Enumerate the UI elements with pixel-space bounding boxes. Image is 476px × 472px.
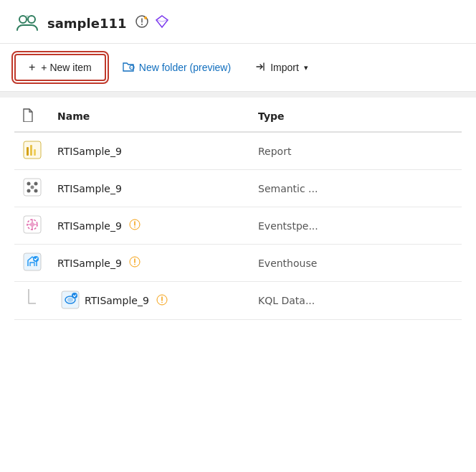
new-folder-button[interactable]: + New folder (preview) — [112, 55, 241, 81]
svg-point-0 — [19, 16, 27, 23]
row-name-cell: RTISample_9 — [50, 282, 251, 320]
row-icon-cell — [14, 132, 50, 170]
header: sample111 ! — [0, 0, 476, 44]
svg-rect-14 — [34, 149, 36, 156]
row-name-cell: RTISample_9 — [50, 207, 251, 245]
col-name-header: Name — [50, 98, 251, 132]
svg-point-1 — [28, 16, 35, 23]
row-type-cell: Report — [251, 132, 462, 170]
table-header-row: Name Type — [14, 98, 462, 132]
col-type-header: Type — [251, 98, 462, 132]
svg-point-25 — [134, 227, 135, 228]
svg-point-16 — [27, 182, 31, 186]
svg-point-32 — [67, 298, 73, 302]
svg-point-17 — [34, 182, 38, 186]
row-type-cell: KQL Data... — [251, 282, 462, 320]
plus-icon: + — [29, 61, 35, 74]
row-icon-cell — [14, 245, 50, 282]
item-warning-badge — [153, 294, 168, 308]
import-button[interactable]: Import ▾ — [247, 55, 317, 80]
item-name: RTISample_9 — [57, 146, 122, 157]
diamond-icon[interactable] — [155, 14, 169, 32]
svg-point-18 — [27, 189, 31, 193]
row-icon-cell — [14, 282, 50, 320]
items-table: Name Type RTISample_9 Report — [14, 98, 462, 320]
item-icon — [22, 151, 42, 162]
item-icon — [22, 188, 42, 199]
app-logo — [14, 10, 40, 36]
header-actions: ! — [135, 14, 169, 32]
item-warning-badge — [126, 219, 141, 232]
row-icon-cell — [14, 170, 50, 207]
item-name: RTISample_9 — [57, 258, 122, 269]
svg-rect-26 — [24, 253, 41, 270]
new-folder-icon: + — [122, 60, 135, 75]
import-label: Import — [270, 62, 299, 73]
row-type-cell: Eventhouse — [251, 245, 462, 282]
svg-text:!: ! — [145, 16, 146, 20]
new-item-button[interactable]: + + New item — [14, 54, 106, 81]
svg-point-4 — [141, 24, 143, 25]
row-icon-cell — [14, 207, 50, 245]
new-item-label: + New item — [41, 62, 91, 73]
import-chevron-icon: ▾ — [304, 63, 308, 72]
svg-point-35 — [161, 301, 163, 303]
row-name-cell: RTISample_9 — [50, 170, 251, 207]
item-name: RTISample_9 — [85, 295, 149, 306]
item-name: RTISample_9 — [57, 183, 122, 194]
table-row[interactable]: RTISample_9 Semantic ... — [14, 170, 462, 207]
item-icon — [22, 263, 42, 274]
row-type-cell: Eventstре... — [251, 207, 462, 245]
svg-point-23 — [30, 222, 34, 227]
svg-point-20 — [31, 186, 34, 189]
workspace-title: sample111 — [47, 16, 126, 31]
items-table-container: Name Type RTISample_9 Report — [0, 98, 476, 320]
col-icon-header — [14, 98, 50, 132]
import-icon — [255, 61, 267, 75]
item-icon — [22, 225, 42, 237]
row-name-cell: RTISample_9 — [50, 132, 251, 170]
table-row[interactable]: RTISample_9 KQL Data... — [14, 282, 462, 320]
svg-point-19 — [34, 189, 38, 193]
svg-point-2 — [26, 15, 29, 18]
toolbar-separator — [0, 92, 476, 98]
item-icon — [60, 290, 80, 312]
svg-marker-8 — [156, 16, 168, 22]
toolbar: + + New item + New folder (preview) Impo… — [0, 44, 476, 92]
svg-rect-12 — [27, 147, 29, 156]
settings-warning-icon[interactable]: ! — [135, 14, 149, 32]
table-row[interactable]: RTISample_9 Report — [14, 132, 462, 170]
svg-text:+: + — [130, 65, 133, 69]
table-row[interactable]: RTISample_9 Eventstре... — [14, 207, 462, 245]
row-name-cell: RTISample_9 — [50, 245, 251, 282]
item-warning-badge — [126, 256, 141, 270]
row-type-cell: Semantic ... — [251, 170, 462, 207]
svg-rect-13 — [30, 145, 32, 156]
svg-point-29 — [134, 264, 135, 265]
item-name: RTISample_9 — [57, 220, 122, 232]
table-row[interactable]: RTISample_9 Eventhouse — [14, 245, 462, 282]
svg-point-33 — [72, 293, 77, 298]
new-folder-label: New folder (preview) — [139, 62, 231, 73]
